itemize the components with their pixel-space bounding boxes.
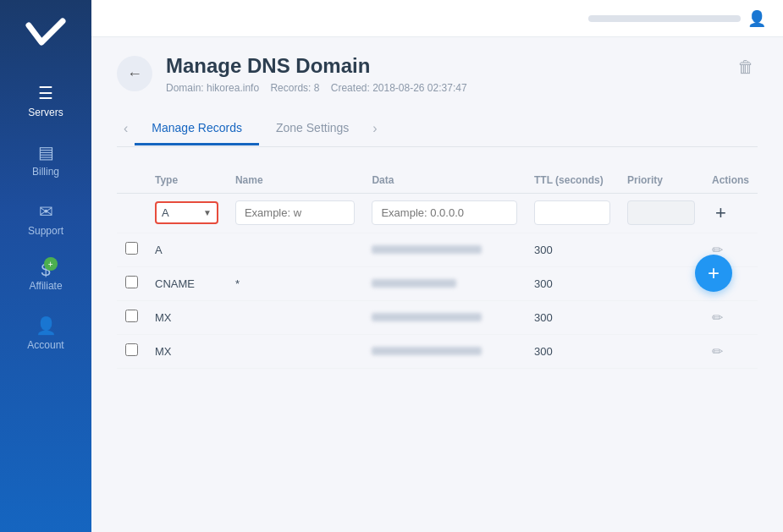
row2-type: CNAME — [146, 266, 227, 300]
page-title-block: Manage DNS Domain Domain: hikorea.info R… — [166, 54, 467, 94]
new-record-name-input[interactable] — [235, 200, 356, 225]
new-record-ttl-input[interactable]: 3600 — [534, 200, 610, 225]
row1-checkbox-cell[interactable] — [117, 233, 146, 266]
row2-checkbox-cell[interactable] — [117, 266, 146, 300]
tab-chevron-right[interactable]: › — [366, 111, 383, 146]
sidebar-item-affiliate[interactable]: $ + Affiliate — [0, 249, 91, 304]
table-row: MX 300 ✏ — [117, 300, 758, 334]
row1-priority — [619, 233, 703, 266]
topbar-user: 👤 — [588, 9, 766, 28]
col-ttl: TTL (seconds) — [526, 167, 619, 194]
type-select-wrap[interactable]: A AAAA CNAME MX TXT NS ▼ — [155, 201, 218, 224]
sidebar-label-support: Support — [28, 225, 63, 237]
row3-checkbox[interactable] — [125, 310, 138, 322]
sidebar-item-billing[interactable]: ▤ Billing — [0, 130, 91, 189]
col-data: Data — [363, 167, 526, 194]
new-record-data-input[interactable] — [372, 200, 517, 225]
add-record-fab[interactable]: + — [695, 255, 732, 292]
main-content: 👤 ← Manage DNS Domain Domain: hikorea.in… — [91, 0, 783, 532]
row4-checkbox[interactable] — [125, 343, 138, 356]
row1-checkbox[interactable] — [125, 242, 138, 255]
affiliate-icon-wrap: $ + — [41, 261, 50, 280]
row3-edit-button[interactable]: ✏ — [712, 310, 723, 326]
row4-name — [227, 334, 364, 368]
back-button[interactable]: ← — [117, 56, 152, 91]
sidebar-label-servers: Servers — [28, 107, 63, 118]
page-content: ← Manage DNS Domain Domain: hikorea.info… — [91, 37, 783, 532]
sidebar-label-account: Account — [27, 339, 63, 351]
col-checkbox — [117, 167, 146, 194]
records-table: Type Name Data TTL (seconds) Priority Ac… — [117, 167, 758, 369]
sidebar-item-account[interactable]: 👤 Account — [0, 304, 91, 363]
row3-priority — [619, 300, 703, 334]
account-icon: 👤 — [36, 315, 57, 336]
row4-data-blurred — [372, 347, 482, 355]
type-select[interactable]: A AAAA CNAME MX TXT NS — [162, 206, 215, 219]
row3-type: MX — [146, 300, 227, 334]
new-record-row: A AAAA CNAME MX TXT NS ▼ — [117, 193, 758, 233]
user-info-bar — [588, 15, 741, 22]
row2-checkbox[interactable] — [125, 276, 138, 288]
topbar: 👤 — [91, 0, 783, 37]
domain-info: Domain: hikorea.info — [166, 82, 259, 94]
row2-data — [363, 266, 526, 300]
sidebar-label-billing: Billing — [32, 166, 59, 178]
page-header: ← Manage DNS Domain Domain: hikorea.info… — [117, 54, 758, 94]
records-count: Records: 8 — [270, 82, 319, 94]
new-row-name-cell[interactable] — [227, 193, 364, 233]
delete-domain-button[interactable]: 🗑 — [734, 54, 758, 80]
delete-icon: 🗑 — [737, 58, 754, 76]
col-priority: Priority — [619, 167, 703, 194]
row3-data — [363, 300, 526, 334]
sidebar: ☰ Servers ▤ Billing ✉ Support $ + Affili… — [0, 0, 91, 532]
col-type: Type — [146, 167, 227, 194]
created-date: Created: 2018-08-26 02:37:47 — [331, 82, 467, 94]
row3-checkbox-cell[interactable] — [117, 300, 146, 334]
tab-chevron-left[interactable]: ‹ — [117, 111, 135, 146]
new-row-data-cell[interactable] — [363, 193, 526, 233]
billing-icon: ▤ — [38, 142, 54, 162]
sidebar-label-affiliate: Affiliate — [29, 280, 62, 292]
row1-ttl: 300 — [526, 233, 619, 266]
row3-name — [227, 300, 364, 334]
row2-priority — [619, 266, 703, 300]
row1-type: A — [146, 233, 227, 266]
add-row-icon: + — [715, 202, 726, 223]
table-row: MX 300 ✏ — [117, 334, 758, 368]
page-header-left: ← Manage DNS Domain Domain: hikorea.info… — [117, 54, 467, 94]
add-record-button[interactable]: + — [712, 199, 730, 228]
row4-type: MX — [146, 334, 227, 368]
back-icon: ← — [127, 65, 142, 83]
affiliate-badge: + — [44, 257, 58, 271]
new-row-priority-cell[interactable] — [619, 193, 703, 233]
table-row: A 300 ✏ — [117, 233, 758, 266]
support-icon: ✉ — [39, 201, 53, 222]
col-actions: Actions — [703, 167, 758, 194]
table-header-row: Type Name Data TTL (seconds) Priority Ac… — [117, 167, 758, 194]
row2-ttl: 300 — [526, 266, 619, 300]
add-fab-icon: + — [708, 261, 720, 285]
row3-data-blurred — [372, 313, 482, 321]
sidebar-item-support[interactable]: ✉ Support — [0, 189, 91, 249]
new-row-ttl-cell[interactable]: 3600 — [526, 193, 619, 233]
sidebar-item-servers[interactable]: ☰ Servers — [0, 71, 91, 130]
row4-priority — [619, 334, 703, 368]
new-record-priority-input[interactable] — [627, 200, 695, 225]
row3-actions[interactable]: ✏ — [703, 300, 758, 334]
row4-actions[interactable]: ✏ — [703, 334, 758, 368]
servers-icon: ☰ — [38, 83, 53, 103]
row2-data-blurred — [372, 279, 456, 288]
row4-ttl: 300 — [526, 334, 619, 368]
tab-manage-records[interactable]: Manage Records — [135, 112, 259, 145]
new-row-add-cell[interactable]: + — [703, 193, 758, 233]
topbar-avatar-icon: 👤 — [747, 9, 766, 28]
row4-edit-button[interactable]: ✏ — [712, 343, 723, 359]
row1-name — [227, 233, 364, 266]
row3-ttl: 300 — [526, 300, 619, 334]
new-row-type-cell[interactable]: A AAAA CNAME MX TXT NS ▼ — [146, 193, 227, 233]
tab-zone-settings[interactable]: Zone Settings — [259, 112, 366, 145]
tabs-bar: ‹ Manage Records Zone Settings › + — [117, 111, 758, 147]
row4-checkbox-cell[interactable] — [117, 334, 146, 368]
sidebar-logo — [25, 17, 67, 54]
row1-data-blurred — [372, 245, 482, 254]
